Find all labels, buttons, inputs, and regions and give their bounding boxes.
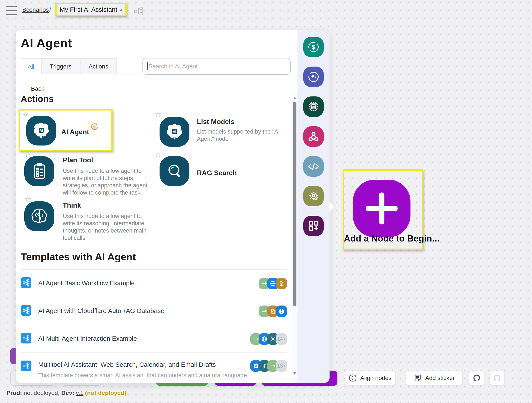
- settings-check-icon[interactable]: [303, 186, 324, 206]
- favorite-star-icon[interactable]: ☆: [24, 195, 31, 203]
- templates-heading: Templates with AI Agent: [21, 251, 136, 263]
- paid-action-badge-icon: $: [90, 123, 98, 131]
- globe-icon: [276, 305, 287, 317]
- dev-status: (not deployed): [85, 390, 126, 396]
- svg-text:31: 31: [254, 365, 257, 368]
- action-card-ai-agent[interactable]: ☆ AI AI Agent $: [19, 109, 113, 151]
- actions-section-heading: Actions: [21, 94, 54, 104]
- template-badges: [259, 278, 287, 289]
- hamburger-menu-icon[interactable]: [6, 6, 17, 16]
- billing-currency-icon[interactable]: $: [303, 37, 324, 57]
- scenario-title-highlighted[interactable]: My First AI Assistant: [55, 3, 127, 16]
- add-sticker-icon: [414, 374, 422, 382]
- card-desc: Use this node to allow agent to write it…: [63, 212, 155, 242]
- svg-text:AI: AI: [173, 130, 176, 134]
- card-desc: List models supported by the "AI Agent" …: [197, 128, 280, 143]
- align-nodes-icon: [349, 374, 357, 382]
- template-link[interactable]: Multitool AI Assistant: Web Search, Cale…: [38, 361, 216, 368]
- favorite-star-icon[interactable]: ☆: [154, 151, 161, 158]
- text-caret: [147, 62, 148, 70]
- ai-agent-brain-icon: AI: [26, 116, 56, 145]
- panel-tabs: All Triggers Actions: [21, 58, 142, 74]
- plan-tool-clipboard-icon[interactable]: [24, 156, 54, 186]
- tab-actions[interactable]: Actions: [80, 58, 117, 74]
- back-arrow-icon: ←: [21, 85, 28, 93]
- ai-chip-icon[interactable]: AI: [303, 96, 324, 117]
- divider: [21, 297, 287, 298]
- breadcrumb-scenarios-link[interactable]: Scenarios: [22, 6, 49, 13]
- template-workflow-icon: [21, 360, 32, 371]
- back-button[interactable]: ← Back: [21, 85, 44, 93]
- template-badges: [259, 305, 287, 317]
- search-input[interactable]: [142, 58, 291, 75]
- breadcrumb-separator: /: [49, 6, 51, 13]
- favorite-star-icon[interactable]: ☆: [22, 111, 29, 119]
- undo-icon: [472, 374, 481, 382]
- redo-button[interactable]: [489, 371, 505, 385]
- node-picker-panel: AI Agent All Triggers Actions ← Back Act…: [16, 30, 329, 383]
- divider: [21, 353, 287, 353]
- favorite-star-icon[interactable]: ☆: [24, 151, 31, 158]
- add-node-button[interactable]: [353, 180, 411, 237]
- add-sticker-button[interactable]: Add sticker: [405, 371, 463, 385]
- webhook-icon[interactable]: [303, 126, 324, 147]
- add-node-label: Add a Node to Begin...: [344, 233, 422, 244]
- divider: [21, 325, 287, 325]
- workflow-sitemap-icon[interactable]: [134, 7, 143, 16]
- template-workflow-icon: [21, 277, 32, 288]
- svg-text:$: $: [312, 44, 315, 50]
- think-brain-icon[interactable]: [24, 201, 54, 231]
- prod-label: Prod:: [6, 390, 22, 396]
- svg-text:$: $: [93, 125, 96, 129]
- panel-collapse-chevron-icon[interactable]: [329, 201, 334, 212]
- dev-label: Dev:: [61, 390, 74, 396]
- scrollbar-thumb[interactable]: [293, 102, 297, 306]
- template-badges: 14+: [250, 333, 287, 345]
- template-badges: 31 13+: [250, 360, 287, 372]
- card-title-think[interactable]: Think: [63, 201, 81, 209]
- svg-text:AI: AI: [39, 129, 43, 132]
- template-link[interactable]: AI Multi-Agent Interaction Example: [38, 335, 137, 342]
- prod-value: not deployed,: [22, 390, 61, 396]
- ai-sparkle-icon[interactable]: [303, 67, 324, 87]
- align-nodes-button[interactable]: Align nodes: [345, 371, 396, 385]
- template-workflow-icon: [21, 333, 32, 343]
- more-count-badge: 14+: [276, 333, 287, 345]
- list-models-brain-icon[interactable]: AI: [159, 117, 190, 147]
- edit-pencil-icon[interactable]: [120, 6, 122, 13]
- favorite-star-icon[interactable]: ☆: [154, 111, 161, 118]
- node-category-rail: $ AI: [298, 30, 329, 383]
- card-title-list-models[interactable]: List Models: [197, 118, 234, 126]
- svg-text:AI: AI: [312, 105, 315, 109]
- scroll-up-icon[interactable]: ▲: [292, 95, 297, 100]
- redo-icon: [493, 374, 501, 382]
- card-title-plan-tool[interactable]: Plan Tool: [63, 156, 93, 164]
- code-icon[interactable]: [303, 156, 324, 177]
- more-count-badge: 13+: [276, 360, 287, 372]
- divider: [21, 269, 287, 270]
- apps-add-icon[interactable]: [303, 216, 324, 236]
- card-desc: Use this node to allow agent to write it…: [63, 167, 155, 196]
- undo-button[interactable]: [469, 371, 484, 385]
- tab-triggers[interactable]: Triggers: [41, 58, 80, 74]
- document-icon: [276, 278, 287, 289]
- dev-version-link[interactable]: v.1: [76, 390, 83, 396]
- deploy-status-bar: Prod: not deployed, Dev: v.1 (not deploy…: [6, 390, 126, 396]
- scroll-down-icon[interactable]: ▼: [292, 371, 297, 376]
- card-title-rag-search[interactable]: RAG Search: [197, 169, 237, 177]
- template-link[interactable]: AI Agent with Cloudflare AutoRAG Databas…: [38, 307, 164, 315]
- tab-all[interactable]: All: [21, 58, 41, 75]
- template-link[interactable]: AI Agent Basic Workflow Example: [38, 279, 134, 287]
- template-desc: This template powers a smart AI assistan…: [38, 372, 265, 379]
- scenario-title: My First AI Assistant: [60, 6, 117, 13]
- panel-title: AI Agent: [21, 36, 72, 50]
- rag-search-magnifier-icon[interactable]: [159, 156, 190, 186]
- template-workflow-icon: [21, 305, 32, 316]
